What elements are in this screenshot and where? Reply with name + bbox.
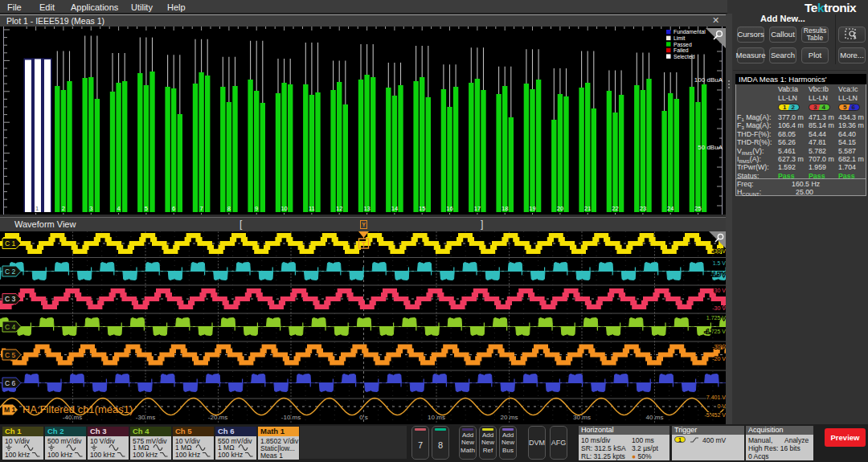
svg-text:11: 11 (309, 205, 315, 212)
svg-text:30 ms: 30 ms (573, 414, 591, 421)
svg-text:19: 19 (529, 205, 535, 212)
svg-text:22: 22 (612, 205, 618, 212)
svg-text:17: 17 (474, 205, 481, 212)
svg-text:40 ms: 40 ms (646, 414, 664, 421)
svg-text:8: 8 (227, 205, 231, 212)
svg-text:C 1: C 1 (5, 239, 16, 247)
svg-text:5: 5 (145, 205, 148, 212)
svg-text:C 3: C 3 (5, 295, 16, 303)
svg-text:21: 21 (584, 205, 591, 212)
svg-text:20 ms: 20 ms (501, 414, 518, 421)
svg-text:-30 V: -30 V (712, 248, 726, 254)
svg-text:C 2: C 2 (5, 268, 16, 276)
svg-text:-10 ms: -10 ms (281, 414, 301, 421)
svg-text:50 dBuA: 50 dBuA (698, 144, 723, 151)
svg-text:-5.452 V: -5.452 V (705, 412, 727, 418)
svg-text:-40 ms: -40 ms (63, 414, 82, 421)
svg-text:7: 7 (200, 205, 203, 212)
svg-text:Passed: Passed (674, 42, 692, 47)
svg-text:0 s: 0 s (359, 414, 368, 421)
svg-text:M 1: M 1 (4, 406, 15, 414)
svg-text:-20 ms: -20 ms (208, 414, 227, 421)
svg-text:T: T (362, 239, 366, 248)
svg-text:1.725 V: 1.725 V (706, 315, 726, 321)
svg-text:Failed: Failed (674, 47, 689, 53)
svg-text:Limit: Limit (674, 35, 685, 41)
svg-text:14: 14 (391, 205, 398, 212)
svg-text:10: 10 (280, 205, 287, 212)
svg-text:15: 15 (419, 205, 425, 212)
svg-text:16: 16 (446, 205, 452, 212)
svg-text:7.401 V: 7.401 V (706, 395, 726, 400)
svg-text:13: 13 (363, 205, 370, 212)
svg-text:25: 25 (694, 205, 701, 212)
svg-text:-20 V: -20 V (712, 356, 726, 362)
svg-text:C 4: C 4 (5, 323, 16, 331)
svg-text:30 V: 30 V (714, 288, 727, 293)
svg-text:-1.725 V: -1.725 V (705, 329, 727, 334)
svg-text:Fundamental: Fundamental (674, 29, 706, 35)
svg-text:18: 18 (502, 205, 508, 212)
svg-text:Selected: Selected (674, 54, 695, 59)
svg-text:100 dBuA: 100 dBuA (694, 76, 723, 84)
svg-text:23: 23 (640, 205, 646, 212)
svg-text:4: 4 (117, 205, 121, 212)
svg-text:-30 V: -30 V (712, 344, 726, 350)
svg-text:-30 ms: -30 ms (136, 414, 155, 421)
svg-text:1: 1 (35, 205, 39, 212)
svg-text:10 ms: 10 ms (428, 414, 445, 421)
svg-text:C 5: C 5 (5, 351, 16, 359)
svg-text:6: 6 (172, 205, 175, 212)
svg-text:0 V: 0 V (717, 403, 726, 409)
svg-text:2: 2 (62, 205, 65, 212)
svg-text:-30 V: -30 V (712, 305, 726, 311)
svg-text:24: 24 (667, 205, 674, 212)
svg-text:12: 12 (336, 205, 342, 212)
svg-text:-1.5 V: -1.5 V (710, 272, 726, 277)
svg-text:9: 9 (255, 205, 258, 212)
svg-text:C 6: C 6 (5, 379, 16, 387)
svg-text:3: 3 (89, 205, 92, 212)
svg-text:20: 20 (557, 205, 563, 212)
svg-text:1.5 V: 1.5 V (713, 260, 727, 266)
